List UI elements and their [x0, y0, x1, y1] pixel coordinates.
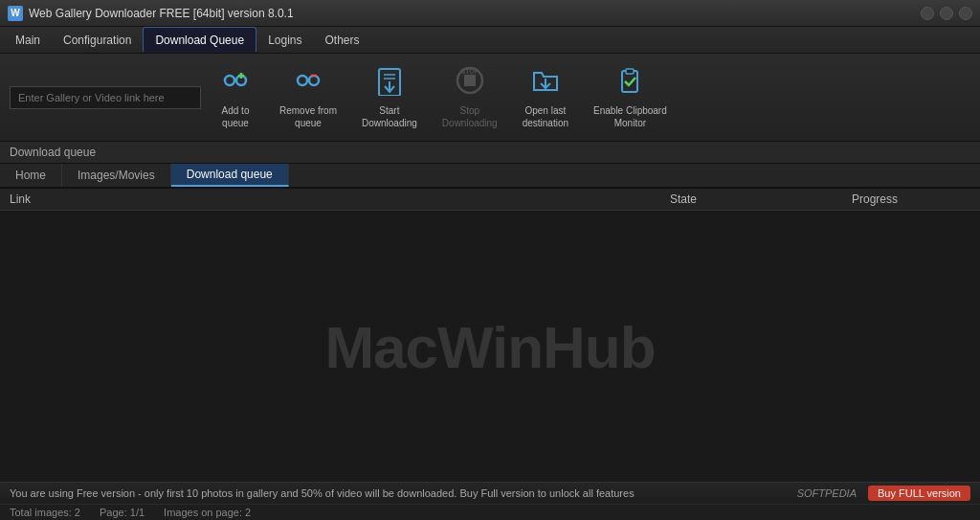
open-destination-icon [530, 65, 561, 101]
menu-configuration[interactable]: Configuration [52, 27, 143, 53]
svg-point-5 [298, 76, 307, 85]
svg-rect-14 [464, 75, 476, 86]
status-bottom: Total images: 2 Page: 1/1 Images on page… [0, 504, 980, 520]
svg-point-6 [309, 76, 319, 85]
svg-text:STOP: STOP [460, 68, 479, 75]
stop-downloading-icon: STOP [455, 65, 485, 101]
maximize-button[interactable] [940, 7, 953, 20]
menu-main[interactable]: Main [4, 27, 52, 53]
svg-rect-18 [626, 69, 634, 74]
tab-images-movies[interactable]: Images/Movies [62, 164, 171, 187]
menu-logins[interactable]: Logins [256, 27, 313, 53]
remove-from-queue-icon [293, 65, 323, 101]
col-progress-header: Progress [779, 192, 970, 206]
menu-others[interactable]: Others [314, 27, 371, 53]
add-to-queue-button[interactable]: Add toqueue [207, 59, 264, 135]
section-title: Download queue [10, 146, 96, 159]
content-area: Link State Progress MacWinHub [0, 189, 980, 482]
app-icon: W [8, 6, 23, 21]
remove-from-queue-label: Remove fromqueue [279, 104, 337, 129]
section-header: Download queue [0, 142, 980, 164]
open-destination-label: Open lastdestination [523, 104, 568, 129]
stats-images-on-page: Images on page: 2 [164, 507, 251, 518]
add-to-queue-icon [220, 65, 251, 101]
title-bar: W Web Gallery Downloader FREE [64bit] ve… [0, 0, 980, 27]
window-controls [921, 7, 972, 20]
clipboard-monitor-icon [614, 65, 645, 101]
tab-bar: Home Images/Movies Download queue [0, 164, 980, 189]
watermark: MacWinHub [324, 312, 655, 380]
window-title: Web Gallery Downloader FREE [64bit] vers… [29, 7, 921, 20]
url-input-container [10, 86, 201, 109]
url-input[interactable] [10, 86, 201, 109]
stop-downloading-label: StopDownloading [442, 104, 498, 129]
open-destination-button[interactable]: Open lastdestination [513, 59, 578, 135]
tab-download-queue[interactable]: Download queue [171, 164, 289, 187]
remove-from-queue-button[interactable]: Remove fromqueue [270, 59, 346, 135]
status-bar: You are using Free version - only first … [0, 482, 980, 504]
tab-home[interactable]: Home [0, 164, 62, 187]
status-message: You are using Free version - only first … [10, 487, 635, 499]
toolbar: Add toqueue Remove fromqueue [0, 54, 980, 142]
col-state-header: State [588, 192, 779, 206]
stats-total-images: Total images: 2 [10, 507, 80, 518]
close-button[interactable] [959, 7, 972, 20]
start-downloading-label: StartDownloading [362, 104, 417, 129]
col-link-header: Link [10, 192, 588, 206]
start-downloading-button[interactable]: StartDownloading [352, 59, 427, 135]
stats-page: Page: 1/1 [100, 507, 145, 518]
softpedia-badge: SOFTPEDIA [797, 487, 857, 499]
svg-point-0 [225, 76, 234, 85]
table-header: Link State Progress [0, 189, 980, 211]
add-to-queue-label: Add toqueue [222, 104, 250, 129]
start-downloading-icon [374, 65, 405, 101]
buy-full-version-button[interactable]: Buy FULL version [868, 486, 970, 501]
menu-download-queue[interactable]: Download Queue [143, 27, 256, 53]
minimize-button[interactable] [921, 7, 934, 20]
clipboard-monitor-label: Enable ClipboardMonitor [593, 104, 667, 129]
stop-downloading-button[interactable]: STOP StopDownloading [433, 59, 507, 135]
table-body: MacWinHub [0, 211, 980, 482]
clipboard-monitor-button[interactable]: Enable ClipboardMonitor [584, 59, 677, 135]
menu-bar: Main Configuration Download Queue Logins… [0, 27, 980, 54]
